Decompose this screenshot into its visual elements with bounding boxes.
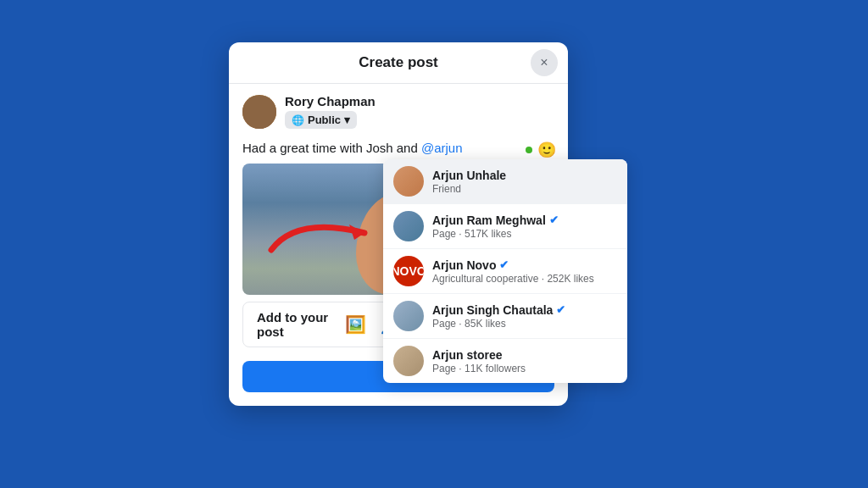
suggestion-info-1: Arjun Ram Meghwal ✔ Page · 517K likes <box>432 214 617 240</box>
user-name: Rory Chapman <box>285 94 376 109</box>
suggestion-avatar-1 <box>393 211 424 241</box>
suggestion-sub-1: Page · 517K likes <box>432 228 617 240</box>
suggestion-avatar-0 <box>393 166 424 197</box>
suggestion-sub-4: Page · 11K followers <box>432 363 617 374</box>
verified-badge-3: ✔ <box>556 303 565 316</box>
audience-selector[interactable]: 🌐 Public ▾ <box>285 111 357 129</box>
suggestion-name-2: Arjun Novo ✔ <box>432 258 617 272</box>
photo-video-button[interactable]: 🖼️ <box>340 309 370 340</box>
suggestion-sub-2: Agricultural cooperative · 252K likes <box>432 273 617 285</box>
suggestion-item-3[interactable]: Arjun Singh Chautala ✔ Page · 85K likes <box>383 294 627 339</box>
add-to-post-label: Add to your post <box>257 310 337 339</box>
close-button[interactable]: × <box>531 49 558 76</box>
chevron-down-icon: ▾ <box>344 114 350 126</box>
user-avatar <box>242 95 276 129</box>
suggestion-name-3: Arjun Singh Chautala ✔ <box>432 303 617 317</box>
text-icons: 🙂 <box>526 141 556 159</box>
user-info-section: Rory Chapman 🌐 Public ▾ <box>229 84 568 134</box>
suggestion-info-4: Arjun storee Page · 11K followers <box>432 348 617 374</box>
suggestion-name-4: Arjun storee <box>432 348 617 362</box>
suggestion-name-0: Arjun Unhale <box>432 169 617 182</box>
suggestion-info-2: Arjun Novo ✔ Agricultural cooperative · … <box>432 258 617 285</box>
globe-icon: 🌐 <box>292 114 304 126</box>
post-text-plain: Had a great time with Josh and <box>242 141 421 155</box>
suggestion-item-4[interactable]: Arjun storee Page · 11K followers <box>383 339 627 383</box>
suggestion-sub-0: Friend <box>432 183 617 195</box>
suggestion-item-0[interactable]: Arjun Unhale Friend <box>383 159 627 204</box>
post-text-mention: @arjun <box>421 141 463 155</box>
suggestion-name-1: Arjun Ram Meghwal ✔ <box>432 214 617 227</box>
modal-title: Create post <box>359 54 438 71</box>
suggestion-item-1[interactable]: Arjun Ram Meghwal ✔ Page · 517K likes <box>383 204 627 249</box>
suggestions-dropdown: Arjun Unhale Friend Arjun Ram Meghwal ✔ … <box>383 159 627 383</box>
post-text-section: Had a great time with Josh and @arjun 🙂 <box>229 134 568 160</box>
suggestion-avatar-4 <box>393 346 424 376</box>
verified-badge-1: ✔ <box>549 214 559 226</box>
emoji-picker-icon[interactable]: 🙂 <box>537 141 556 159</box>
modal-header: Create post × <box>229 42 568 84</box>
suggestion-sub-3: Page · 85K likes <box>432 318 617 330</box>
suggestion-avatar-3 <box>393 301 424 331</box>
verified-badge-2: ✔ <box>499 258 509 271</box>
post-text[interactable]: Had a great time with Josh and @arjun <box>242 141 554 155</box>
suggestion-info-0: Arjun Unhale Friend <box>432 169 617 195</box>
suggestion-info-3: Arjun Singh Chautala ✔ Page · 85K likes <box>432 303 617 330</box>
audience-label: Public <box>308 114 341 126</box>
suggestion-avatar-2: NOVO <box>393 256 424 286</box>
typing-indicator <box>526 147 532 153</box>
suggestion-item-2[interactable]: NOVO Arjun Novo ✔ Agricultural cooperati… <box>383 249 627 294</box>
